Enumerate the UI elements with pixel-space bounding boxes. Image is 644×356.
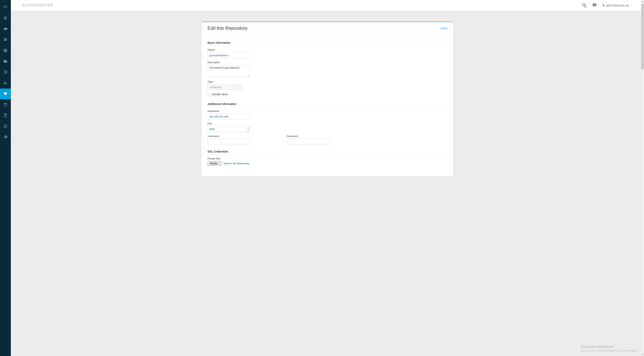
sidebar-item-repositories[interactable] (0, 88, 11, 99)
help-icon[interactable]: ? (592, 3, 597, 8)
scroll-down-icon[interactable] (641, 353, 644, 356)
user-label: admin@gcloud.org (606, 4, 629, 7)
main: CLOUDCENTER ? admin@gcloud.org Edit this… (11, 0, 644, 356)
edit-repository-panel: Edit this Repository Close Basic Informa… (202, 22, 453, 176)
bundle-store-label: Bundle Store (212, 93, 228, 96)
stack-icon (3, 37, 8, 42)
bundle-store-checkbox[interactable] (208, 93, 210, 96)
port-input[interactable] (208, 126, 250, 132)
section-ssl: SSL Credentials (208, 147, 447, 154)
description-input[interactable] (208, 65, 250, 77)
user-icon (602, 4, 605, 7)
sidebar (0, 0, 11, 356)
gauge-icon (3, 5, 8, 10)
sidebar-item-schedule[interactable] (0, 99, 11, 110)
password-input[interactable] (287, 139, 329, 145)
description-label: Description (208, 61, 447, 64)
checklist-icon (3, 124, 8, 129)
sidebar-item-marketplace[interactable] (0, 67, 11, 78)
feedback-icon[interactable] (582, 3, 587, 8)
cloud-upload-icon (3, 27, 8, 31)
username-label: Username (208, 135, 250, 138)
scroll-up-icon[interactable] (641, 0, 644, 3)
sidebar-item-settings[interactable] (0, 132, 11, 143)
panel-title: Edit this Repository (208, 25, 248, 31)
sidebar-item-deploy[interactable] (0, 23, 11, 34)
header: CLOUDCENTER ? admin@gcloud.org (11, 0, 644, 11)
step-up-icon[interactable] (247, 126, 249, 129)
content: Edit this Repository Close Basic Informa… (11, 11, 644, 356)
cart-icon (3, 70, 8, 75)
file-status: Nessun file selezionato. (224, 162, 250, 165)
sidebar-item-dashboard[interactable] (0, 2, 11, 13)
sidebar-item-globe[interactable] (0, 45, 11, 56)
sidebar-item-folder[interactable] (0, 56, 11, 67)
user-menu[interactable]: admin@gcloud.org (602, 4, 632, 7)
scroll-thumb[interactable] (641, 4, 644, 70)
sidebar-item-clipboard[interactable] (0, 110, 11, 121)
private-key-label: Private Key (208, 157, 447, 160)
chevron-down-icon (238, 86, 240, 89)
sidebar-item-reports[interactable] (0, 78, 11, 88)
folder-icon (3, 59, 8, 64)
brand-logo: CLOUDCENTER (22, 3, 53, 7)
type-select-value: Artifactory (210, 86, 222, 89)
section-basic: Basic Information (208, 38, 447, 46)
bar-chart-icon (3, 81, 8, 86)
close-link[interactable]: Close (440, 27, 447, 30)
hostname-input[interactable] (208, 114, 250, 119)
calendar-icon (3, 102, 8, 107)
port-label: Port (208, 122, 447, 125)
type-label: Type* (208, 80, 447, 83)
browse-button[interactable]: Sfoglia... (208, 161, 222, 166)
svg-text:?: ? (594, 4, 595, 6)
username-input[interactable] (208, 139, 250, 145)
scrollbar[interactable] (641, 0, 644, 356)
chevron-down-icon (630, 4, 632, 7)
name-input[interactable] (208, 52, 250, 58)
password-label: Password (287, 135, 329, 138)
name-label: Name* (208, 48, 447, 51)
section-additional: Additional Information (208, 100, 447, 107)
clipboard-icon (3, 113, 8, 118)
sidebar-item-apps[interactable] (0, 13, 11, 23)
step-down-icon[interactable] (247, 129, 249, 132)
apps-icon (3, 16, 8, 21)
sidebar-item-tasks[interactable] (0, 121, 11, 132)
globe-icon (3, 48, 8, 53)
gear-icon (3, 135, 8, 140)
sidebar-item-stacks[interactable] (0, 34, 11, 45)
inbox-icon (3, 92, 8, 96)
type-select[interactable]: Artifactory (208, 84, 242, 90)
hostname-label: Hostname* (208, 110, 447, 112)
